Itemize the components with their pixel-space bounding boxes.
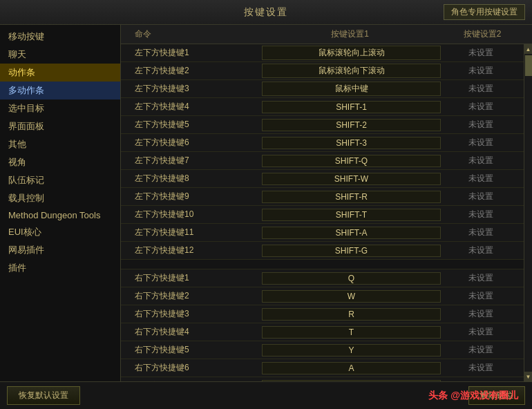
keybind-value2: 未设置	[444, 47, 524, 59]
keybind-value2: 未设置	[444, 245, 524, 256]
keybind-label: 右下方快捷键1	[121, 272, 259, 284]
char-keybind-btn[interactable]: 角色专用按键设置	[444, 4, 525, 20]
keybind-value1[interactable]: SHIFT-G	[262, 245, 441, 257]
keybind-label: 左下方快捷键8	[121, 173, 259, 184]
col-header-bind1: 按键设置1	[259, 28, 441, 40]
keybind-row[interactable]: 左下方快捷键10SHIFT-T未设置	[121, 206, 524, 224]
sidebar-item-chat[interactable]: 聊天	[0, 46, 120, 64]
sidebar-item-target[interactable]: 选中目标	[0, 99, 120, 117]
keybind-label: 左下方快捷键10	[121, 209, 259, 220]
col-header-bind2: 按键设置2	[441, 28, 524, 40]
keybind-value2: 未设置	[444, 272, 524, 284]
keybind-value2: 未设置	[444, 191, 524, 202]
keybind-value2: 未设置	[444, 137, 524, 149]
keybind-row[interactable]: 左下方快捷键2鼠标滚轮向下滚动未设置	[121, 62, 524, 80]
keybind-value2: 未设置	[444, 173, 524, 184]
keybind-row[interactable]: 右下方快捷键7G未设置	[121, 377, 524, 381]
keybind-label: 左下方快捷键3	[121, 83, 259, 95]
keybind-value2: 未设置	[444, 155, 524, 167]
keybind-list[interactable]: 左下方快捷键1鼠标滚轮向上滚动未设置左下方快捷键2鼠标滚轮向下滚动未设置左下方快…	[121, 44, 524, 381]
sidebar-item-panel[interactable]: 界面面板	[0, 117, 120, 135]
sidebar-item-camera[interactable]: 视角	[0, 153, 120, 171]
keybind-value2: 未设置	[444, 308, 524, 320]
keybind-row[interactable]: 左下方快捷键11SHIFT-A未设置	[121, 224, 524, 242]
sidebar-item-move[interactable]: 移动按键	[0, 28, 120, 46]
keybind-value1[interactable]: 鼠标滚轮向上滚动	[262, 46, 441, 60]
keybind-row[interactable]: 左下方快捷键4SHIFT-1未设置	[121, 98, 524, 116]
section-gap	[121, 260, 524, 269]
keybind-label: 左下方快捷键2	[121, 65, 259, 77]
keybind-value1[interactable]: 鼠标中键	[262, 82, 441, 96]
keybind-value1[interactable]: SHIFT-T	[262, 209, 441, 221]
keybind-value2: 未设置	[444, 101, 524, 113]
keybind-label: 右下方快捷键7	[121, 380, 259, 381]
keybind-row[interactable]: 左下方快捷键9SHIFT-R未设置	[121, 188, 524, 206]
sidebar-item-netease-plugins[interactable]: 网易插件	[0, 241, 120, 259]
keybind-value1[interactable]: T	[262, 326, 441, 339]
keybind-label: 右下方快捷键2	[121, 290, 259, 302]
sidebar-item-misc[interactable]: 其他	[0, 135, 120, 153]
sidebar-item-method[interactable]: Method Dungeon Tools	[0, 207, 120, 223]
keybind-label: 左下方快捷键12	[121, 245, 259, 256]
keybind-row[interactable]: 左下方快捷键7SHIFT-Q未设置	[121, 152, 524, 170]
keybind-value1[interactable]: R	[262, 308, 441, 321]
column-headers: 命令 按键设置1 按键设置2	[121, 25, 532, 44]
keybind-value2: 未设置	[444, 65, 524, 77]
keybind-value1[interactable]: SHIFT-R	[262, 191, 441, 203]
reset-btn[interactable]: 恢复默认设置	[7, 386, 80, 405]
keybind-value1[interactable]: Y	[262, 344, 441, 356]
keybind-value2: 未设置	[444, 326, 524, 338]
scroll-down-btn[interactable]: ▼	[524, 372, 533, 381]
keybind-row[interactable]: 右下方快捷键6A未设置	[121, 359, 524, 377]
keybind-value1[interactable]: SHIFT-W	[262, 173, 441, 185]
sidebar-item-addon[interactable]: 插件	[0, 259, 120, 277]
unbind-btn[interactable]: 解除键位	[468, 386, 525, 405]
keybind-value1[interactable]: A	[262, 362, 441, 374]
keybind-value1[interactable]: SHIFT-2	[262, 119, 441, 131]
keybind-row[interactable]: 右下方快捷键3R未设置	[121, 305, 524, 323]
keybind-label: 右下方快捷键4	[121, 326, 259, 338]
keybind-label: 右下方快捷键3	[121, 308, 259, 320]
keybind-row[interactable]: 右下方快捷键5Y未设置	[121, 341, 524, 359]
keybind-value2: 未设置	[444, 290, 524, 302]
content-area: 命令 按键设置1 按键设置2 左下方快捷键1鼠标滚轮向上滚动未设置左下方快捷键2…	[121, 25, 532, 381]
keybind-row[interactable]: 左下方快捷键3鼠标中键未设置	[121, 80, 524, 98]
keybind-value1[interactable]: SHIFT-3	[262, 137, 441, 149]
keybind-label: 右下方快捷键5	[121, 344, 259, 356]
keybind-row[interactable]: 左下方快捷键8SHIFT-W未设置	[121, 170, 524, 188]
keybind-value2: 未设置	[444, 227, 524, 238]
sidebar-item-eui[interactable]: EUI核心	[0, 223, 120, 241]
sidebar-item-vehicle[interactable]: 载具控制	[0, 189, 120, 207]
keybind-value1[interactable]: W	[262, 290, 441, 303]
sidebar-item-action[interactable]: 动作条	[0, 64, 120, 82]
sidebar-item-party[interactable]: 队伍标记	[0, 171, 120, 189]
keybind-row[interactable]: 左下方快捷键5SHIFT-2未设置	[121, 116, 524, 134]
keybind-row[interactable]: 右下方快捷键2W未设置	[121, 287, 524, 305]
keybind-value1[interactable]: Q	[262, 272, 441, 285]
keybind-row[interactable]: 左下方快捷键12SHIFT-G未设置	[121, 242, 524, 260]
title-bar: 按键设置 角色专用按键设置	[0, 0, 532, 25]
main-layout: 移动按键聊天动作条多动作条选中目标界面面板其他视角队伍标记载具控制Method …	[0, 25, 532, 381]
scrollbar[interactable]: ▲ ▼	[524, 44, 532, 381]
keybind-label: 左下方快捷键11	[121, 227, 259, 238]
keybind-value2: 未设置	[444, 344, 524, 356]
keybind-row[interactable]: 右下方快捷键1Q未设置	[121, 269, 524, 287]
keybind-value1[interactable]: SHIFT-A	[262, 227, 441, 239]
keybind-value1[interactable]: 鼠标滚轮向下滚动	[262, 64, 441, 78]
sidebar-item-multi-action[interactable]: 多动作条	[0, 82, 120, 99]
scroll-up-btn[interactable]: ▲	[524, 44, 533, 54]
keybind-value2: 未设置	[444, 83, 524, 95]
keybind-row[interactable]: 左下方快捷键1鼠标滚轮向上滚动未设置	[121, 44, 524, 62]
keybind-label: 左下方快捷键6	[121, 137, 259, 149]
keybind-value2: 未设置	[444, 362, 524, 374]
keybind-value2: 未设置	[444, 119, 524, 131]
keybind-value1[interactable]: SHIFT-1	[262, 101, 441, 113]
keybind-value1[interactable]: G	[262, 380, 441, 382]
keybind-row[interactable]: 右下方快捷键4T未设置	[121, 323, 524, 341]
keybind-label: 左下方快捷键9	[121, 191, 259, 202]
keybind-label: 左下方快捷键1	[121, 47, 259, 59]
keybind-label: 左下方快捷键4	[121, 101, 259, 113]
keybind-row[interactable]: 左下方快捷键6SHIFT-3未设置	[121, 134, 524, 152]
scroll-thumb[interactable]	[525, 55, 532, 76]
keybind-value1[interactable]: SHIFT-Q	[262, 155, 441, 167]
